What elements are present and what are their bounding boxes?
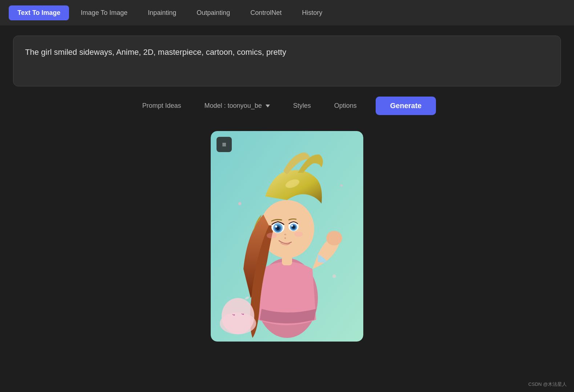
tab-controlnet[interactable]: ControlNet: [242, 5, 290, 20]
watermark-text: CSDN @木法星人: [528, 381, 567, 387]
image-menu-button[interactable]: ≡: [217, 137, 232, 152]
image-area: ≡: [0, 124, 574, 356]
tab-inpainting[interactable]: Inpainting: [139, 5, 185, 20]
svg-point-20: [267, 233, 277, 238]
svg-point-25: [220, 313, 256, 334]
options-button[interactable]: Options: [330, 99, 361, 113]
svg-point-22: [284, 237, 286, 239]
generate-label: Generate: [390, 102, 422, 110]
watermark: CSDN @木法星人: [528, 381, 567, 388]
svg-point-19: [284, 234, 286, 235]
image-card: ≡: [211, 131, 363, 342]
svg-point-21: [294, 232, 303, 237]
styles-button[interactable]: Styles: [289, 99, 315, 113]
svg-point-1: [238, 202, 241, 205]
chevron-down-icon: [266, 105, 270, 107]
model-label: Model : toonyou_be: [205, 102, 262, 110]
svg-point-3: [332, 274, 336, 278]
navbar: Text To Image Image To Image Inpainting …: [0, 0, 574, 25]
tab-text-to-image[interactable]: Text To Image: [9, 5, 69, 20]
anime-illustration: [211, 131, 363, 342]
model-select-button[interactable]: Model : toonyou_be: [200, 99, 274, 113]
svg-point-2: [340, 184, 343, 187]
styles-label: Styles: [293, 102, 311, 109]
prompt-ideas-button[interactable]: Prompt Ideas: [138, 99, 186, 113]
tab-image-to-image[interactable]: Image To Image: [72, 5, 136, 20]
generate-button[interactable]: Generate: [376, 97, 436, 115]
tab-history[interactable]: History: [293, 5, 331, 20]
svg-point-13: [275, 225, 277, 228]
prompt-input[interactable]: The girl smiled sideways, Anime, 2D, mas…: [13, 36, 561, 86]
prompt-section: The girl smiled sideways, Anime, 2D, mas…: [0, 25, 574, 88]
options-label: Options: [334, 102, 357, 109]
svg-point-6: [326, 231, 342, 245]
toolbar: Prompt Ideas Model : toonyou_be Styles O…: [0, 88, 574, 124]
prompt-ideas-label: Prompt Ideas: [142, 102, 181, 109]
tab-outpainting[interactable]: Outpainting: [188, 5, 239, 20]
svg-point-18: [291, 225, 293, 227]
hamburger-icon: ≡: [222, 140, 226, 149]
